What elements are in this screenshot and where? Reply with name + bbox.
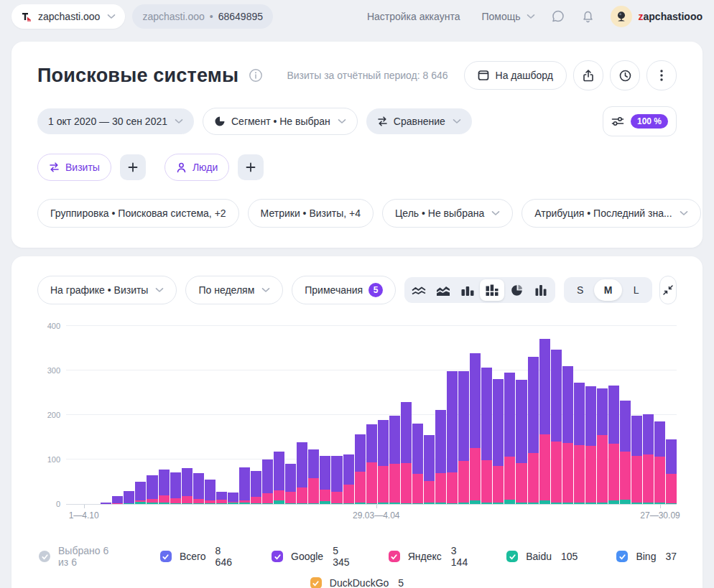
legend-item-total[interactable]: Всего8 646 <box>160 545 233 568</box>
metric-chip-people[interactable]: Люди <box>164 154 229 181</box>
bar-column[interactable] <box>66 326 77 504</box>
legend-checkbox-google[interactable] <box>272 551 283 562</box>
bar-column[interactable] <box>412 326 423 504</box>
legend-item-duckduckgo[interactable]: DuckDuckGo5 <box>310 577 404 588</box>
select-all-checkbox[interactable] <box>39 551 50 562</box>
line-chart-icon[interactable] <box>407 279 431 301</box>
bar-column[interactable] <box>435 326 446 504</box>
username[interactable]: zapchastiooo <box>639 11 703 22</box>
legend-item-google[interactable]: Google5 345 <box>272 545 350 568</box>
bar-column[interactable] <box>355 326 366 504</box>
bar-column[interactable] <box>424 326 435 504</box>
bar-column[interactable] <box>228 326 238 504</box>
size-s-button[interactable]: S <box>566 279 594 301</box>
legend-item-baidu[interactable]: Baidu105 <box>506 551 578 562</box>
legend-item-yandex[interactable]: Яндекс3 144 <box>389 545 468 568</box>
bar-column[interactable] <box>182 326 193 504</box>
legend-checkbox-total[interactable] <box>160 551 172 562</box>
bar-column[interactable] <box>516 326 527 504</box>
bar-column[interactable] <box>205 326 215 504</box>
pie-chart-icon[interactable] <box>504 279 529 301</box>
bar-column[interactable] <box>620 326 631 504</box>
account-settings-link[interactable]: Настройка аккаунта <box>367 11 460 22</box>
bar-column[interactable] <box>458 326 469 504</box>
bar-chart-icon[interactable] <box>455 279 480 301</box>
add-people-metric-button[interactable] <box>238 154 264 180</box>
metric-chip-visits[interactable]: Визиты <box>37 154 111 181</box>
legend-checkbox-bing[interactable] <box>616 551 628 562</box>
bar-column[interactable] <box>297 326 307 504</box>
grouping-selector[interactable]: Группировка • Поисковая система, +2 <box>37 199 239 228</box>
bar-column[interactable] <box>574 326 585 504</box>
legend-selected-all[interactable]: Выбрано 6 из 6 <box>39 545 121 568</box>
info-icon[interactable] <box>249 68 263 83</box>
bar-column[interactable] <box>343 326 354 504</box>
bar-column[interactable] <box>193 326 204 504</box>
chat-icon[interactable] <box>551 9 565 24</box>
counter-meta[interactable]: zapchasti.ooo • 68649895 <box>132 4 273 29</box>
size-l-button[interactable]: L <box>622 279 650 301</box>
counter-selector[interactable]: zapchasti.ooo <box>11 4 125 29</box>
help-menu[interactable]: Помощь <box>481 11 534 22</box>
bar-column[interactable] <box>320 326 330 504</box>
bar-column[interactable] <box>481 326 492 504</box>
bar-column[interactable] <box>285 326 296 504</box>
bar-column[interactable] <box>539 326 550 504</box>
add-visits-metric-button[interactable] <box>120 154 146 180</box>
bar-column[interactable] <box>562 326 573 504</box>
bar-column[interactable] <box>89 326 100 504</box>
legend-checkbox-duckduckgo[interactable] <box>310 577 322 588</box>
bar-column[interactable] <box>447 326 458 504</box>
column-chart-icon[interactable] <box>529 279 553 301</box>
bar-column[interactable] <box>631 326 642 504</box>
bar-column[interactable] <box>308 326 319 504</box>
bar-column[interactable] <box>135 326 146 504</box>
size-m-button[interactable]: M <box>594 279 622 301</box>
bar-column[interactable] <box>470 326 481 504</box>
bar-column[interactable] <box>112 326 123 504</box>
history-clock-button[interactable] <box>610 60 640 90</box>
share-button[interactable] <box>573 60 603 90</box>
more-kebab-button[interactable] <box>646 60 677 90</box>
legend-checkbox-yandex[interactable] <box>389 551 400 562</box>
bar-column[interactable] <box>331 326 342 504</box>
bar-column[interactable] <box>251 326 261 504</box>
bar-column[interactable] <box>528 326 539 504</box>
bar-column[interactable] <box>274 326 284 504</box>
metrics-selector[interactable]: Метрики • Визиты, +4 <box>248 199 374 228</box>
period-selector[interactable]: По неделям <box>185 276 283 304</box>
bar-column[interactable] <box>366 326 377 504</box>
bar-column[interactable] <box>643 326 654 504</box>
on-chart-metric-selector[interactable]: На графике • Визиты <box>37 276 177 304</box>
stacked-bar-chart-icon[interactable] <box>480 279 504 301</box>
attribution-selector[interactable]: Атрибуция • Последний зна... <box>521 199 700 228</box>
stacked-area-icon[interactable] <box>431 279 455 301</box>
bar-column[interactable] <box>493 326 504 504</box>
bar-column[interactable] <box>401 326 412 504</box>
bar-column[interactable] <box>654 326 665 504</box>
bar-column[interactable] <box>597 326 608 504</box>
notes-button[interactable]: Примечания 5 <box>292 276 396 304</box>
bar-column[interactable] <box>585 326 596 504</box>
bar-column[interactable] <box>78 326 88 504</box>
legend-item-bing[interactable]: Bing37 <box>616 551 677 562</box>
bar-column[interactable] <box>101 326 111 504</box>
bar-column[interactable] <box>504 326 515 504</box>
bar-column[interactable] <box>147 326 157 504</box>
compare-selector[interactable]: Сравнение <box>366 108 472 134</box>
bar-column[interactable] <box>170 326 181 504</box>
date-range-selector[interactable]: 1 окт 2020 — 30 сен 2021 <box>37 108 194 134</box>
dashboard-button[interactable]: На дашборд <box>464 61 567 90</box>
bar-column[interactable] <box>159 326 170 504</box>
bar-column[interactable] <box>551 326 562 504</box>
goal-selector[interactable]: Цель • Не выбрана <box>382 199 513 228</box>
bar-column[interactable] <box>124 326 134 504</box>
bar-column[interactable] <box>608 326 619 504</box>
bar-column[interactable] <box>666 326 677 504</box>
bar-column[interactable] <box>389 326 400 504</box>
notifications-bell-icon[interactable] <box>581 9 595 24</box>
bar-column[interactable] <box>262 326 273 504</box>
segment-selector[interactable]: Сегмент • Не выбран <box>203 108 358 135</box>
bar-column[interactable] <box>378 326 389 504</box>
bar-column[interactable] <box>216 326 227 504</box>
